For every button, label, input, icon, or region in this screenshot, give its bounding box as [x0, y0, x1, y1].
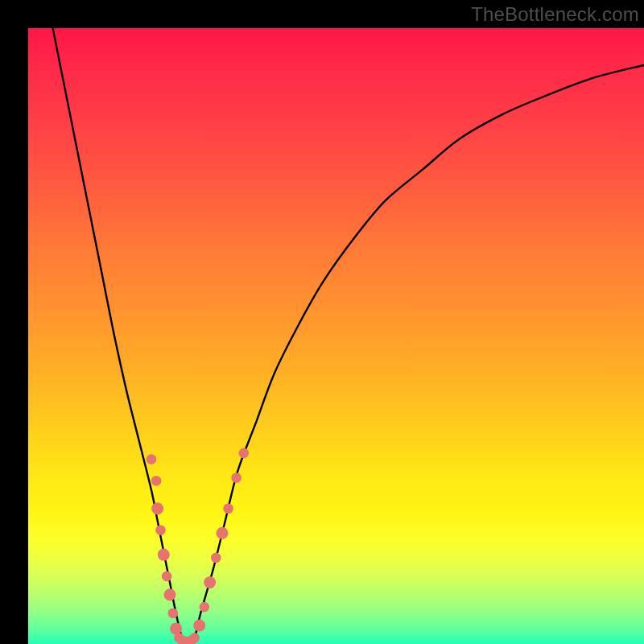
curve-marker — [217, 527, 229, 539]
chart-frame: TheBottleneck.com — [0, 0, 644, 644]
bottleneck-curve — [53, 28, 644, 644]
curve-marker — [193, 620, 205, 632]
curve-marker — [211, 553, 221, 564]
curve-marker — [200, 602, 210, 613]
plot-area — [28, 28, 644, 644]
curve-marker — [158, 549, 170, 561]
curve-marker — [168, 609, 179, 619]
curve-marker — [151, 476, 162, 486]
curve-marker — [231, 473, 242, 483]
curve-marker — [223, 503, 233, 514]
watermark-text: TheBottleneck.com — [471, 3, 639, 26]
curve-marker — [164, 588, 176, 601]
curve-marker — [239, 448, 250, 459]
curve-marker — [155, 525, 166, 535]
curve-marker — [147, 454, 157, 464]
curve-marker — [189, 633, 200, 643]
curve-marker — [162, 572, 172, 582]
curve-marker — [170, 622, 182, 634]
chart-svg — [28, 28, 644, 644]
curve-marker — [151, 502, 163, 514]
curve-marker — [204, 576, 216, 588]
